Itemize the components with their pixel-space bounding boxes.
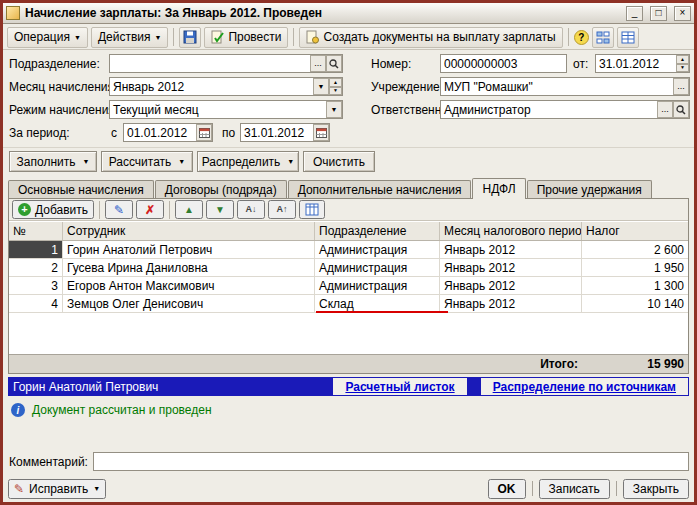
actions-menu-button[interactable]: Действия ▼ bbox=[91, 27, 169, 48]
column-header-tax[interactable]: Налог bbox=[582, 222, 688, 240]
spin-down-icon[interactable]: ▼ bbox=[676, 64, 689, 73]
tax-cell[interactable]: 10 140 bbox=[582, 295, 688, 313]
toolbar-separator bbox=[293, 28, 294, 46]
tab-additional-accruals[interactable]: Дополнительные начисления bbox=[288, 180, 472, 199]
info-icon: i bbox=[11, 403, 25, 417]
payslip-link[interactable]: Расчетный листок bbox=[333, 378, 466, 395]
responsible-choose-button[interactable]: ... bbox=[657, 101, 673, 118]
institution-field[interactable]: МУП "Ромашки" ... bbox=[440, 77, 690, 96]
tax-cell[interactable]: 1 300 bbox=[582, 277, 688, 295]
month-field[interactable]: Январь 2012 ▼ ▲ ▼ bbox=[109, 77, 343, 96]
minimize-button[interactable]: _ bbox=[626, 6, 643, 21]
move-up-button[interactable]: ▲ bbox=[175, 200, 203, 219]
employee-cell[interactable]: Горин Анатолий Петрович bbox=[63, 241, 315, 259]
tax-period-cell[interactable]: Январь 2012 bbox=[440, 241, 582, 259]
period-to-field[interactable]: 31.01.2012 bbox=[240, 123, 330, 142]
registers-button[interactable] bbox=[617, 27, 639, 48]
sources-link-label: Распределение по источникам bbox=[493, 380, 676, 394]
column-header-tax-period[interactable]: Месяц налогового перио... bbox=[440, 222, 582, 240]
document-window: Начисление зарплаты: За Январь 2012. Про… bbox=[0, 0, 697, 505]
toolbar-separator bbox=[568, 28, 569, 46]
column-header-department[interactable]: Подразделение bbox=[315, 222, 440, 240]
tab-other-deductions[interactable]: Прочие удержания bbox=[527, 180, 652, 199]
calculate-button[interactable]: Рассчитать ▼ bbox=[101, 151, 193, 172]
department-choose-button[interactable]: ... bbox=[310, 55, 326, 72]
document-structure-button[interactable] bbox=[592, 27, 614, 48]
mode-dropdown-button[interactable]: ▼ bbox=[326, 101, 342, 118]
employee-cell[interactable]: Егоров Антон Максимович bbox=[63, 277, 315, 295]
tax-period-cell[interactable]: Январь 2012 bbox=[440, 295, 582, 313]
mode-field[interactable]: Текущий месяц ▼ bbox=[109, 100, 343, 119]
chevron-down-icon: ▼ bbox=[318, 83, 325, 90]
move-down-button[interactable]: ▼ bbox=[206, 200, 234, 219]
add-row-button[interactable]: + Добавить bbox=[12, 200, 94, 219]
help-button[interactable]: ? bbox=[574, 30, 589, 45]
delete-row-button[interactable]: ✗ bbox=[136, 200, 164, 219]
maximize-button[interactable]: □ bbox=[650, 6, 667, 21]
close-button[interactable]: × bbox=[674, 6, 691, 21]
chevron-down-icon: ▼ bbox=[74, 34, 81, 41]
period-from-calendar-button[interactable] bbox=[196, 124, 212, 141]
dialog-buttons: OK Записать Закрыть bbox=[488, 479, 690, 499]
tab-ndfl[interactable]: НДФЛ bbox=[472, 178, 525, 199]
separator-line bbox=[3, 147, 694, 148]
responsible-search-button[interactable] bbox=[673, 101, 689, 118]
tax-cell[interactable]: 1 950 bbox=[582, 259, 688, 277]
post-button[interactable]: Провести bbox=[204, 27, 288, 48]
institution-choose-button[interactable]: ... bbox=[673, 78, 689, 95]
grid-settings-button[interactable] bbox=[299, 200, 325, 219]
distribute-button[interactable]: Распределить ▼ bbox=[197, 151, 299, 172]
row-num-cell[interactable]: 3 bbox=[9, 277, 63, 295]
create-payout-docs-button[interactable]: Создать документы на выплату зарплаты bbox=[299, 27, 562, 48]
tab-main-accruals[interactable]: Основные начисления bbox=[8, 180, 154, 199]
operation-menu-button[interactable]: Операция ▼ bbox=[7, 27, 88, 48]
edit-row-button[interactable]: ✎ bbox=[105, 200, 133, 219]
column-header-num[interactable]: № bbox=[9, 222, 63, 240]
table-row[interactable]: 3 Егоров Антон Максимович Администрация … bbox=[9, 277, 688, 295]
tax-period-cell[interactable]: Январь 2012 bbox=[440, 277, 582, 295]
date-spinner[interactable]: ▲ ▼ bbox=[676, 55, 689, 72]
spin-down-icon[interactable]: ▼ bbox=[329, 87, 342, 96]
month-dropdown-button[interactable]: ▼ bbox=[313, 78, 329, 95]
spin-up-icon[interactable]: ▲ bbox=[329, 78, 342, 87]
title-bar: Начисление зарплаты: За Январь 2012. Про… bbox=[3, 3, 694, 24]
fill-button[interactable]: Заполнить ▼ bbox=[9, 151, 97, 172]
sort-descending-button[interactable]: А↑ bbox=[268, 200, 296, 219]
row-num-cell[interactable]: 4 bbox=[9, 295, 63, 313]
department-cell[interactable]: Администрация bbox=[315, 259, 440, 277]
save-icon-button[interactable] bbox=[179, 27, 201, 48]
tax-period-cell[interactable]: Январь 2012 bbox=[440, 259, 582, 277]
row-num-cell[interactable]: 1 bbox=[9, 241, 63, 259]
spin-up-icon[interactable]: ▲ bbox=[676, 55, 689, 64]
date-field[interactable]: 31.01.2012 ▲ ▼ bbox=[595, 54, 690, 73]
period-from-field[interactable]: 01.01.2012 bbox=[123, 123, 213, 142]
row-num-cell[interactable]: 2 bbox=[9, 259, 63, 277]
close-form-button[interactable]: Закрыть bbox=[623, 479, 689, 499]
sort-ascending-button[interactable]: А↓ bbox=[237, 200, 265, 219]
ok-button[interactable]: OK bbox=[488, 479, 526, 499]
department-search-button[interactable] bbox=[326, 55, 342, 72]
department-field[interactable]: ... bbox=[109, 54, 343, 73]
comment-input[interactable] bbox=[93, 452, 689, 471]
table-row[interactable]: 2 Гусева Ирина Даниловна Администрация Я… bbox=[9, 259, 688, 277]
department-cell[interactable]: Администрация bbox=[315, 277, 440, 295]
tab-contracts[interactable]: Договоры (подряда) bbox=[155, 180, 287, 199]
tax-cell[interactable]: 2 600 bbox=[582, 241, 688, 259]
sources-distribution-link[interactable]: Распределение по источникам bbox=[481, 378, 688, 395]
employee-cell[interactable]: Гусева Ирина Даниловна bbox=[63, 259, 315, 277]
document-icon bbox=[6, 6, 20, 20]
month-spinner[interactable]: ▲ ▼ bbox=[329, 78, 342, 95]
payout-document-icon bbox=[306, 30, 319, 44]
save-button[interactable]: Записать bbox=[539, 479, 610, 499]
table-row[interactable]: 1 Горин Анатолий Петрович Администрация … bbox=[9, 241, 688, 259]
bottom-bar: ✎ Исправить ▼ OK Записать Закрыть bbox=[3, 478, 694, 499]
employee-cell[interactable]: Земцов Олег Денисович bbox=[63, 295, 315, 313]
number-field[interactable]: 00000000003 bbox=[440, 54, 567, 73]
fix-button[interactable]: ✎ Исправить ▼ bbox=[8, 479, 106, 499]
department-cell[interactable]: Администрация bbox=[315, 241, 440, 259]
responsible-field[interactable]: Администратор ... bbox=[440, 100, 690, 119]
period-to-calendar-button[interactable] bbox=[313, 124, 329, 141]
fix-button-label: Исправить bbox=[29, 482, 88, 496]
column-header-employee[interactable]: Сотрудник bbox=[63, 222, 315, 240]
clear-button[interactable]: Очистить bbox=[303, 151, 375, 172]
